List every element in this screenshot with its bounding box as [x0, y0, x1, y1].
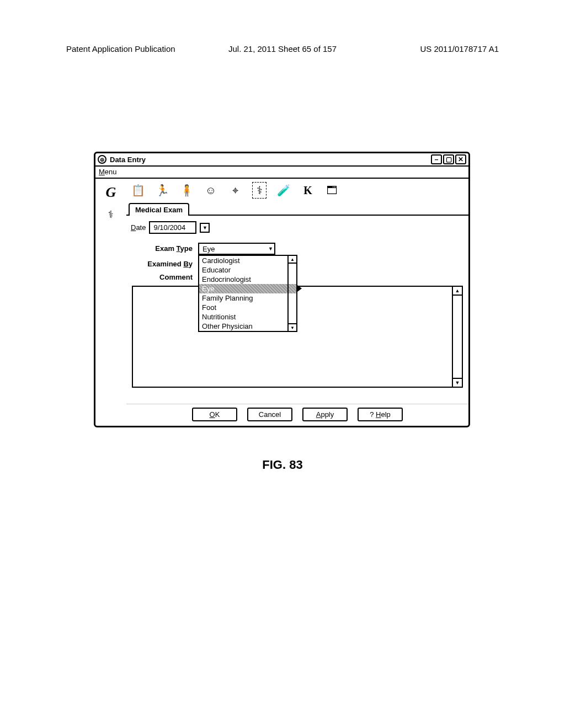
toolbar-icon-4[interactable]: ☺: [204, 184, 218, 197]
toolbar-icon-8[interactable]: K: [301, 184, 315, 197]
dropdown-scrollbar[interactable]: ▲ ▼: [287, 256, 296, 331]
toolbar: 📋 🏃 🧍 ☺ ⌖ ⚕ 🧪 K 🗔: [126, 179, 468, 201]
minimize-button[interactable]: –: [431, 154, 442, 164]
stethoscope-icon[interactable]: ⚕: [108, 208, 114, 221]
figure-caption: FIG. 83: [0, 458, 565, 472]
maximize-button[interactable]: ▢: [443, 154, 454, 164]
date-input[interactable]: 9/10/2004: [149, 221, 196, 234]
scroll-up-icon[interactable]: ▲: [453, 287, 462, 296]
data-entry-window: ⊜ Data Entry – ▢ ✕ Menu G ⚕ 📋 🏃 🧍 ☺ ⌖ ⚕ …: [94, 152, 470, 427]
toolbar-icon-9[interactable]: 🗔: [325, 184, 339, 197]
dropdown-option-highlighted[interactable]: Eye: [199, 284, 296, 293]
exam-type-value: Eye: [202, 245, 215, 253]
comment-textarea[interactable]: ▲ ▼: [132, 286, 463, 388]
dropdown-option[interactable]: Other Physician: [199, 322, 296, 331]
toolbar-icon-2[interactable]: 🏃: [155, 184, 169, 197]
toolbar-icon-selected[interactable]: ⚕: [252, 182, 266, 199]
toolbar-icon-3[interactable]: 🧍: [179, 184, 194, 197]
scroll-down-icon[interactable]: ▼: [289, 323, 296, 331]
comment-scrollbar[interactable]: ▲ ▼: [452, 287, 462, 387]
close-button[interactable]: ✕: [455, 154, 466, 164]
header-left: Patent Application Publication: [66, 44, 175, 53]
menubar: Menu: [95, 167, 468, 179]
dropdown-option[interactable]: Nutritionist: [199, 312, 296, 322]
apply-button[interactable]: Apply: [302, 408, 348, 421]
toolbar-icon-7[interactable]: 🧪: [276, 184, 291, 197]
exam-type-dropdown[interactable]: Cardiologist Educator Endocrinologist Ey…: [198, 255, 297, 332]
comment-label: Comment: [132, 271, 193, 281]
chevron-down-icon: ▼: [268, 246, 273, 251]
dropdown-option[interactable]: Cardiologist: [199, 256, 296, 265]
menu-item-menu[interactable]: Menu: [99, 168, 117, 176]
tab-content: Date 9/10/2004 ▼ Exam Type Eye ▼ Cardiol…: [126, 215, 468, 404]
tab-medical-exam[interactable]: Medical Exam: [129, 203, 189, 216]
exam-type-label: Exam Type: [132, 243, 193, 255]
header-right: US 2011/0178717 A1: [420, 44, 499, 53]
dropdown-option[interactable]: Educator: [199, 265, 296, 275]
dropdown-option[interactable]: Family Planning: [199, 293, 296, 303]
cancel-button[interactable]: Cancel: [247, 408, 292, 421]
ok-button[interactable]: OK: [192, 408, 237, 421]
left-icon-column: G ⚕: [95, 179, 126, 426]
window-title: Data Entry: [110, 156, 146, 164]
examined-by-label: Examined By: [132, 258, 193, 268]
help-button[interactable]: ? Help: [358, 408, 403, 421]
g-icon[interactable]: G: [106, 184, 116, 201]
header-center: Jul. 21, 2011 Sheet 65 of 157: [228, 44, 337, 53]
scroll-up-icon[interactable]: ▲: [289, 256, 296, 264]
toolbar-icon-5[interactable]: ⌖: [228, 184, 242, 197]
dropdown-option[interactable]: Endocrinologist: [199, 275, 296, 284]
dialog-button-row: OK Cancel Apply ? Help: [126, 404, 468, 426]
exam-type-select[interactable]: Eye ▼: [198, 243, 275, 255]
toolbar-icon-1[interactable]: 📋: [131, 184, 145, 197]
app-icon: ⊜: [98, 155, 106, 164]
page-header: Patent Application Publication Jul. 21, …: [0, 44, 565, 53]
date-dropdown-button[interactable]: ▼: [200, 223, 210, 233]
dropdown-option[interactable]: Foot: [199, 303, 296, 312]
titlebar: ⊜ Data Entry – ▢ ✕: [95, 153, 468, 167]
date-label: Date: [131, 223, 146, 232]
scroll-down-icon[interactable]: ▼: [453, 378, 462, 387]
